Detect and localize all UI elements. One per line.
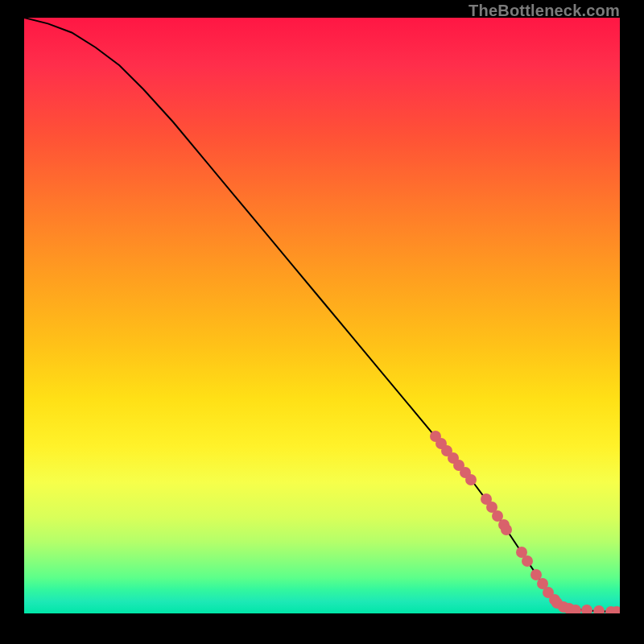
scatter-dot [581, 605, 592, 613]
scatter-dot [465, 474, 477, 485]
scatter-layer [24, 18, 620, 613]
chart-stage: TheBottleneck.com [0, 0, 644, 644]
scatter-dot [593, 605, 605, 613]
scatter-dot [501, 524, 512, 535]
scatter-dot [522, 555, 533, 567]
scatter-dot [611, 606, 620, 613]
plot-area [24, 18, 620, 613]
scatter-dot [570, 605, 581, 613]
